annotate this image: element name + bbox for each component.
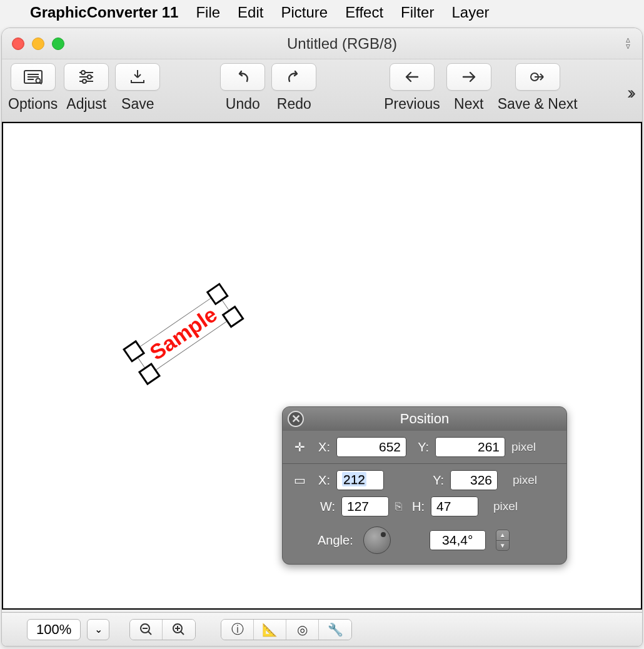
undo-icon (232, 68, 253, 86)
angle-stepper[interactable]: ▲ ▼ (496, 530, 510, 551)
chevron-down-icon: ⌄ (94, 623, 103, 635)
close-window-button[interactable] (12, 38, 24, 50)
info-button[interactable]: ⓘ (221, 620, 254, 640)
adjust-button[interactable] (64, 63, 109, 91)
sel-unit-2: pixel (493, 500, 518, 513)
menu-picture[interactable]: Picture (281, 4, 328, 21)
toolbar-overflow-button[interactable]: ›› (627, 82, 636, 103)
sel-w-field[interactable] (341, 496, 389, 516)
status-bar: 100% ⌄ ⓘ 📐 ◎ 🔧 (2, 612, 642, 646)
zoom-dropdown[interactable]: ⌄ (87, 619, 109, 640)
cursor-x-field[interactable] (336, 437, 406, 457)
selection-origin-row: ▭ X: 212 Y: pixel (291, 470, 558, 490)
menu-file[interactable]: File (196, 4, 220, 21)
cursor-y-field[interactable] (435, 437, 505, 457)
zoom-window-button[interactable] (52, 38, 64, 50)
target-icon: ◎ (297, 622, 308, 637)
cursor-x-label: X: (314, 440, 330, 455)
window-title: Untitled (RGB/8) (64, 35, 620, 53)
cursor-y-label: Y: (413, 440, 429, 455)
window-proxy-chevrons[interactable]: ᐃ ᐁ (620, 38, 642, 49)
ruler-icon: 📐 (262, 622, 278, 637)
save-icon (127, 68, 148, 86)
app-name[interactable]: GraphicConverter 11 (30, 4, 178, 21)
close-icon[interactable]: ✕ (288, 411, 304, 427)
zoom-out-icon (139, 622, 154, 637)
angle-row: Angle: ▲ ▼ (291, 523, 558, 554)
tools-button[interactable]: 🔧 (319, 620, 351, 640)
save-next-icon (527, 68, 548, 86)
crosshair-icon: ✛ (291, 440, 308, 455)
svg-point-3 (88, 75, 91, 79)
cursor-position-row: ✛ X: Y: pixel (291, 437, 558, 457)
undo-button[interactable] (220, 63, 265, 91)
sliders-icon (76, 68, 97, 86)
menu-filter[interactable]: Filter (401, 4, 434, 21)
next-button[interactable] (446, 63, 491, 91)
canvas[interactable]: Sample ✕ Position ✛ X: Y: pixel (2, 122, 642, 610)
text-object[interactable]: Sample (108, 308, 258, 358)
resize-handle-bottom-left[interactable] (138, 362, 161, 385)
zoom-out-button[interactable] (130, 620, 163, 640)
menu-edit[interactable]: Edit (238, 4, 263, 21)
zoom-in-icon (171, 622, 186, 637)
sel-x-label: X: (314, 473, 330, 488)
sel-y-label: Y: (428, 473, 444, 488)
minimize-window-button[interactable] (32, 38, 44, 50)
selection-size-row: W: ⎘ H: pixel (291, 496, 558, 516)
cursor-unit: pixel (511, 440, 536, 454)
angle-label: Angle: (318, 533, 353, 548)
navigator-button[interactable]: ◎ (286, 620, 319, 640)
window-titlebar: Untitled (RGB/8) ᐃ ᐁ (2, 28, 642, 59)
zoom-level[interactable]: 100% (27, 619, 81, 640)
resize-handle-top-left[interactable] (123, 340, 145, 362)
position-panel-title: Position (283, 411, 566, 427)
zoom-in-button[interactable] (163, 620, 195, 640)
arrow-left-icon (401, 68, 423, 86)
save-button[interactable] (115, 63, 160, 91)
previous-label: Previous (384, 96, 440, 113)
arrow-right-icon (458, 68, 480, 86)
stepper-up-icon[interactable]: ▲ (496, 530, 509, 541)
text-object-content: Sample (145, 302, 221, 365)
angle-field[interactable] (430, 530, 486, 550)
redo-icon (283, 68, 304, 86)
chevron-down-icon: ᐁ (626, 44, 630, 49)
svg-point-4 (83, 79, 86, 83)
stepper-down-icon[interactable]: ▼ (496, 541, 509, 551)
info-seg: ⓘ 📐 ◎ 🔧 (221, 619, 352, 640)
resize-handle-top-right[interactable] (206, 282, 228, 304)
sel-unit-1: pixel (513, 473, 537, 487)
link-icon[interactable]: ⎘ (395, 500, 402, 513)
menu-layer[interactable]: Layer (451, 4, 489, 21)
sel-x-field[interactable]: 212 (336, 470, 384, 490)
menu-effect[interactable]: Effect (345, 4, 383, 21)
previous-button[interactable] (390, 63, 435, 91)
next-label: Next (454, 96, 483, 113)
ruler-button[interactable]: 📐 (254, 620, 286, 640)
info-icon: ⓘ (231, 621, 244, 638)
save-and-next-button[interactable] (515, 63, 560, 91)
sel-y-field[interactable] (450, 470, 498, 490)
options-icon (23, 68, 44, 86)
angle-knob[interactable] (363, 526, 391, 554)
wrench-icon: 🔧 (328, 622, 343, 637)
svg-point-1 (36, 79, 40, 83)
options-button[interactable] (11, 63, 56, 91)
document-window: Untitled (RGB/8) ᐃ ᐁ Options Adjust (1, 28, 643, 646)
svg-point-2 (81, 71, 85, 74)
adjust-label: Adjust (66, 96, 106, 113)
macos-menubar: GraphicConverter 11 File Edit Picture Ef… (0, 0, 644, 25)
position-panel[interactable]: ✕ Position ✛ X: Y: pixel ▭ X: 212 (282, 406, 567, 565)
redo-button[interactable] (271, 63, 316, 91)
sel-h-field[interactable] (431, 496, 478, 516)
save-next-label: Save & Next (498, 96, 578, 113)
options-label: Options (8, 96, 58, 113)
redo-label: Redo (277, 96, 311, 113)
zoom-seg (129, 619, 196, 640)
position-panel-header[interactable]: ✕ Position (283, 407, 566, 431)
resize-handle-bottom-right[interactable] (221, 304, 244, 327)
toolbar: Options Adjust Save Undo (2, 59, 642, 122)
save-label: Save (121, 96, 154, 113)
bounds-icon: ▭ (291, 473, 308, 488)
